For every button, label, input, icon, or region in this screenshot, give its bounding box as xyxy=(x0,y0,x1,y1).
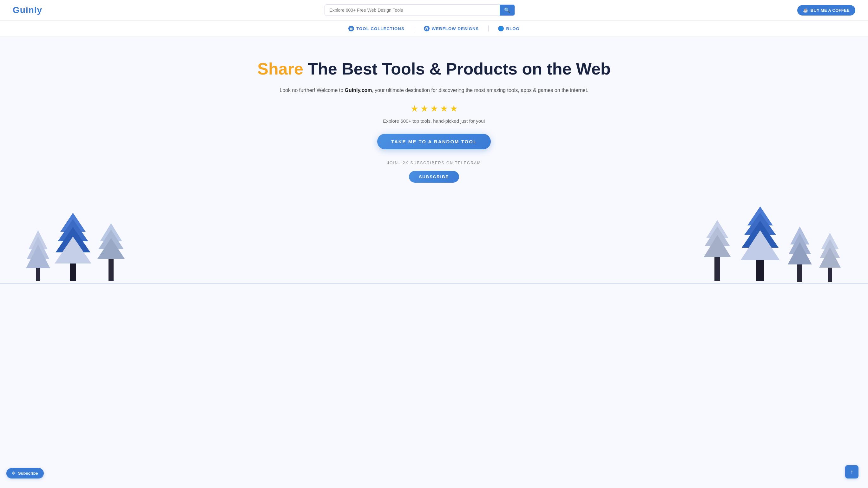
site-logo[interactable]: Guinly xyxy=(13,5,42,15)
telegram-text: JOIN +2K SUBSCRIBERS ON TELEGRAM xyxy=(6,161,862,165)
trees-scene xyxy=(0,195,868,284)
telegram-corner-icon: ✈ xyxy=(12,471,16,476)
search-wrapper: 🔍 xyxy=(324,4,515,16)
hero-section: Share The Best Tools & Products on the W… xyxy=(0,37,868,195)
site-header: Guinly 🔍 ☕ BUY ME A COFFEE xyxy=(0,0,868,21)
svg-rect-21 xyxy=(756,260,764,281)
blog-icon: 🌐 xyxy=(498,26,504,31)
ground-line xyxy=(0,284,868,284)
tree-far-right xyxy=(817,230,843,284)
nav-tool-collections[interactable]: ⊞ TOOL COLLECTIONS xyxy=(339,24,414,33)
search-input[interactable] xyxy=(325,5,500,15)
star-5: ★ xyxy=(450,103,458,114)
right-tree-group xyxy=(700,205,843,284)
star-3: ★ xyxy=(430,103,438,114)
svg-rect-8 xyxy=(70,263,76,281)
star-4: ★ xyxy=(440,103,448,114)
star-1: ★ xyxy=(410,103,418,114)
search-icon: 🔍 xyxy=(504,7,510,13)
scroll-to-top-button[interactable]: ↑ xyxy=(845,465,859,479)
nav-blog[interactable]: 🌐 BLOG xyxy=(489,24,529,33)
tree-right-large xyxy=(738,205,782,284)
svg-rect-25 xyxy=(797,264,802,282)
subscribe-corner-button[interactable]: ✈ Subscribe xyxy=(6,468,44,479)
random-tool-button[interactable]: TAKE ME TO A RANDOM TOOL xyxy=(377,134,491,149)
tree-medium-left xyxy=(54,211,92,284)
subscribe-button[interactable]: SUBSCRIBE xyxy=(409,171,459,183)
tree-small-left xyxy=(25,227,51,284)
hero-title-highlight: Share xyxy=(257,60,303,78)
nav-webflow-designs[interactable]: W WEBFLOW DESIGNS xyxy=(414,24,489,33)
explore-text: Explore 600+ top tools, hand-picked just… xyxy=(6,118,862,124)
left-tree-group xyxy=(25,211,127,284)
header-search-area: 🔍 xyxy=(324,4,515,16)
tree-right-small xyxy=(785,224,814,284)
tree-right-medium xyxy=(700,218,735,284)
coffee-icon: ☕ xyxy=(803,8,808,13)
svg-rect-29 xyxy=(828,268,832,282)
webflow-icon: W xyxy=(424,26,430,31)
svg-rect-12 xyxy=(108,259,114,281)
coffee-button[interactable]: ☕ BUY ME A COFFEE xyxy=(797,5,855,15)
tool-collections-icon: ⊞ xyxy=(348,26,354,31)
hero-title: Share The Best Tools & Products on the W… xyxy=(6,59,862,78)
svg-rect-16 xyxy=(714,257,720,281)
hero-subtitle: Look no further! Welcome to Guinly.com, … xyxy=(6,86,862,95)
svg-rect-3 xyxy=(36,268,40,281)
main-nav: ⊞ TOOL COLLECTIONS W WEBFLOW DESIGNS 🌐 B… xyxy=(0,21,868,37)
search-button[interactable]: 🔍 xyxy=(500,5,515,15)
arrow-up-icon: ↑ xyxy=(850,469,854,475)
star-2: ★ xyxy=(421,103,428,114)
tree-medium-right xyxy=(95,221,127,284)
star-rating: ★ ★ ★ ★ ★ xyxy=(6,103,862,114)
